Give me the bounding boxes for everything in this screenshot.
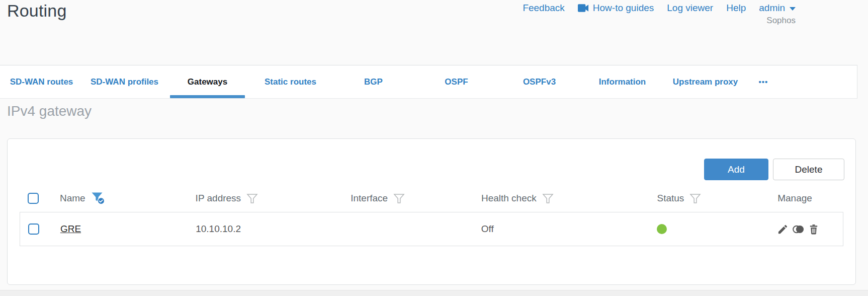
tab-bar: SD-WAN routes SD-WAN profiles Gateways S… xyxy=(0,65,857,99)
select-all-checkbox[interactable] xyxy=(28,193,39,204)
tab-static-routes[interactable]: Static routes xyxy=(249,65,332,98)
tab-bgp[interactable]: BGP xyxy=(332,65,415,98)
page-bottom-strip xyxy=(0,290,868,296)
column-header-manage: Manage xyxy=(777,193,812,204)
tab-sdwan-profiles[interactable]: SD-WAN profiles xyxy=(83,65,166,98)
funnel-icon[interactable] xyxy=(689,193,701,204)
clone-icon[interactable] xyxy=(792,224,805,235)
funnel-icon-active[interactable] xyxy=(91,192,105,205)
feedback-link[interactable]: Feedback xyxy=(523,3,564,14)
tab-ospfv3[interactable]: OSPFv3 xyxy=(498,65,581,98)
tab-information[interactable]: Information xyxy=(581,65,664,98)
user-menu-label: admin xyxy=(759,3,785,14)
row-checkbox[interactable] xyxy=(28,224,39,235)
help-label: Help xyxy=(726,3,746,14)
feedback-label: Feedback xyxy=(523,3,564,14)
howto-guides-link[interactable]: How-to guides xyxy=(578,3,654,14)
trash-icon[interactable] xyxy=(808,224,819,235)
funnel-icon[interactable] xyxy=(393,193,405,204)
column-header-status: Status xyxy=(657,193,684,204)
funnel-icon[interactable] xyxy=(542,193,554,204)
tab-upstream-proxy[interactable]: Upstream proxy xyxy=(664,65,747,98)
help-link[interactable]: Help xyxy=(726,3,746,14)
gateway-ip-address: 10.10.10.2 xyxy=(196,224,241,235)
column-header-ip-address: IP address xyxy=(196,193,241,204)
tab-sdwan-routes[interactable]: SD-WAN routes xyxy=(0,65,83,98)
gateway-panel: Add Delete Name IP address Interface xyxy=(7,138,856,285)
caret-down-icon xyxy=(790,7,796,11)
manage-actions xyxy=(777,224,819,235)
section-title: IPv4 gateway xyxy=(7,103,92,119)
gateway-name-link[interactable]: GRE xyxy=(60,224,81,235)
status-indicator xyxy=(657,224,667,234)
edit-icon[interactable] xyxy=(777,224,789,235)
add-button[interactable]: Add xyxy=(704,159,768,180)
brand-label: Sophos xyxy=(766,16,796,26)
column-header-health-check: Health check xyxy=(481,193,537,204)
page-title: Routing xyxy=(7,1,67,21)
delete-button[interactable]: Delete xyxy=(773,159,844,180)
top-nav: Feedback How-to guides Log viewer Help a… xyxy=(523,3,796,14)
tab-gateways[interactable]: Gateways xyxy=(166,65,249,98)
videocam-icon xyxy=(578,4,589,12)
tab-ospf[interactable]: OSPF xyxy=(415,65,498,98)
more-tabs-button[interactable]: ••• xyxy=(747,65,780,98)
table-toolbar: Add Delete xyxy=(704,159,844,180)
table-row: GRE 10.10.10.2 Off xyxy=(20,212,843,246)
user-menu[interactable]: admin xyxy=(759,3,796,14)
column-header-name: Name xyxy=(60,193,85,204)
howto-guides-label: How-to guides xyxy=(593,3,654,14)
table-header-row: Name IP address Interface Health check xyxy=(20,186,843,211)
funnel-icon[interactable] xyxy=(246,193,258,204)
gateway-health-check: Off xyxy=(481,224,494,235)
log-viewer-label: Log viewer xyxy=(667,3,713,14)
column-header-interface: Interface xyxy=(351,193,388,204)
log-viewer-link[interactable]: Log viewer xyxy=(667,3,713,14)
